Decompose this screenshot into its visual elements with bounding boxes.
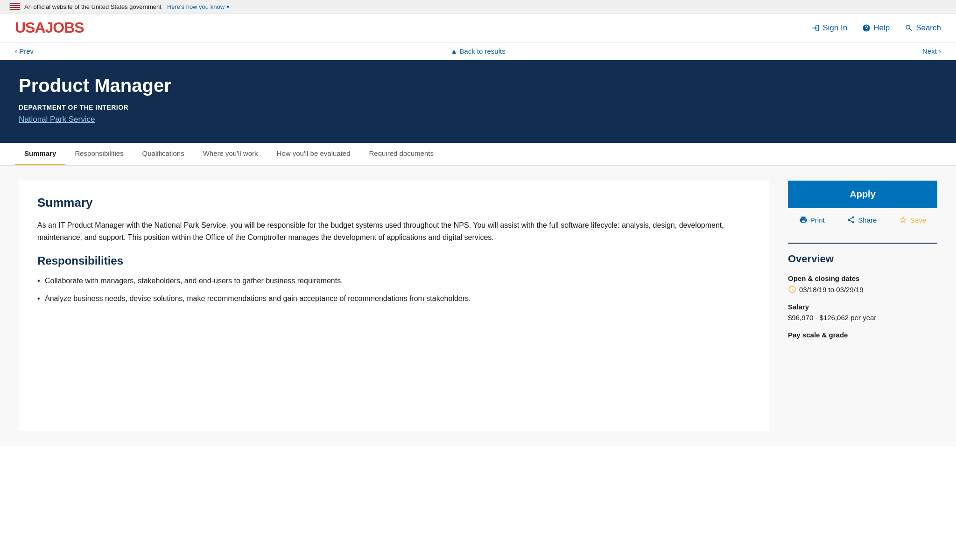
tab-where-you-work[interactable]: Where you'll work [194, 143, 267, 165]
save-button[interactable]: Save [899, 216, 926, 224]
job-header-banner: Product Manager DEPARTMENT OF THE INTERI… [0, 60, 956, 143]
print-icon [799, 216, 808, 224]
search-link[interactable]: Search [905, 23, 941, 33]
share-button[interactable]: Share [847, 216, 877, 224]
site-header: USAJOBS Sign In Help Search [0, 14, 956, 42]
salary-item: Salary $96,970 - $126,062 per year [788, 303, 937, 322]
open-closing-item: Open & closing dates 03/18/19 to 03/29/1… [788, 274, 937, 294]
next-link[interactable]: Next › [922, 47, 941, 55]
list-item: Collaborate with managers, stakeholders,… [37, 275, 751, 287]
apply-button[interactable]: Apply [788, 181, 937, 208]
job-description-panel: Summary As an IT Product Manager with th… [19, 181, 769, 431]
main-content: Summary As an IT Product Manager with th… [0, 166, 956, 446]
overview-section: Overview Open & closing dates 03/18/19 t… [788, 243, 937, 339]
gov-banner-text: An official website of the United States… [24, 3, 162, 10]
open-closing-label: Open & closing dates [788, 274, 937, 282]
action-buttons-row: Print Share Save [788, 216, 937, 231]
gov-banner: An official website of the United States… [0, 0, 956, 14]
how-you-know-link[interactable]: Here's how you know ▾ [167, 3, 230, 10]
us-flag-icon [9, 3, 21, 10]
summary-body: As an IT Product Manager with the Nation… [37, 219, 751, 243]
prev-link[interactable]: ‹ Prev [15, 47, 34, 55]
job-tabs: Summary Responsibilities Qualifications … [0, 143, 956, 166]
sidebar-panel: Apply Print Share Save Overview Open & c… [788, 181, 937, 431]
list-item: Analyze business needs, devise solutions… [37, 293, 751, 305]
overview-heading: Overview [788, 253, 937, 265]
back-to-results-link[interactable]: ▲ Back to results [450, 47, 505, 55]
salary-label: Salary [788, 303, 937, 311]
summary-heading: Summary [37, 196, 751, 210]
responsibilities-heading: Responsibilities [37, 254, 751, 267]
help-icon [862, 24, 871, 32]
header-nav: Sign In Help Search [811, 23, 941, 33]
share-icon [847, 216, 855, 224]
tab-qualifications[interactable]: Qualifications [133, 143, 194, 165]
print-button[interactable]: Print [799, 216, 825, 224]
tab-how-evaluated[interactable]: How you'll be evaluated [267, 143, 360, 165]
tab-required-docs[interactable]: Required documents [360, 143, 443, 165]
sign-in-icon [811, 24, 820, 32]
agency-link[interactable]: National Park Service [19, 115, 95, 124]
clock-icon [788, 285, 796, 294]
breadcrumb-nav: ‹ Prev ▲ Back to results Next › [0, 42, 956, 60]
pay-scale-item: Pay scale & grade [788, 331, 937, 339]
open-closing-value: 03/18/19 to 03/29/19 [788, 285, 937, 294]
responsibilities-list: Collaborate with managers, stakeholders,… [37, 275, 751, 304]
usajobs-logo[interactable]: USAJOBS [15, 19, 84, 36]
sign-in-link[interactable]: Sign In [811, 23, 847, 33]
save-star-icon [899, 216, 907, 224]
salary-value: $96,970 - $126,062 per year [788, 314, 937, 322]
job-title: Product Manager [19, 75, 937, 96]
tab-summary[interactable]: Summary [15, 143, 65, 165]
search-icon [905, 24, 913, 32]
pay-scale-label: Pay scale & grade [788, 331, 937, 339]
department-name: DEPARTMENT OF THE INTERIOR [19, 104, 937, 111]
help-link[interactable]: Help [862, 23, 890, 33]
tab-responsibilities[interactable]: Responsibilities [65, 143, 133, 165]
